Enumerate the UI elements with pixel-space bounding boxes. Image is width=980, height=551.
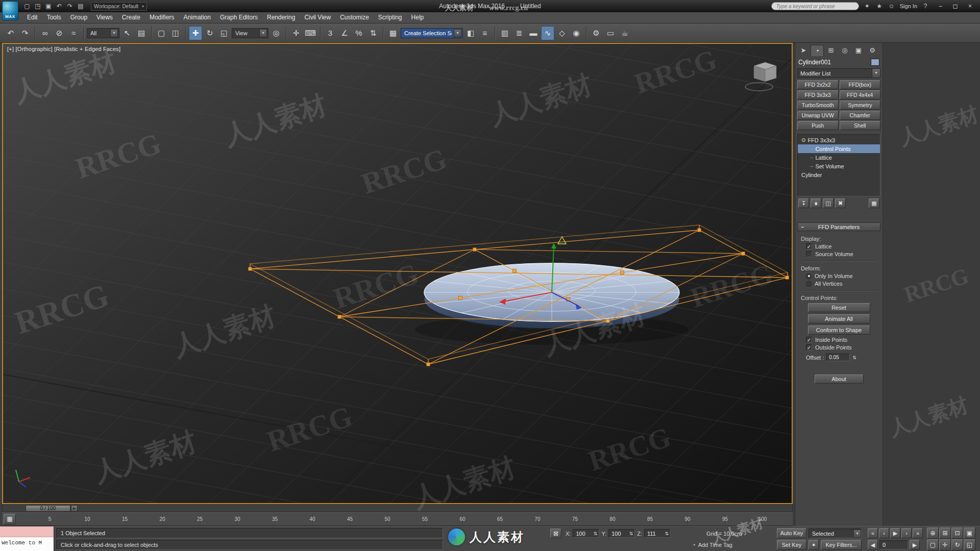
tab-hierarchy[interactable]: ⊞ — [824, 45, 838, 56]
maxscript-mini-listener[interactable]: Welcome to M — [0, 527, 54, 551]
mirror-icon[interactable]: ◧ — [464, 26, 477, 40]
max-logo[interactable]: MAX — [2, 1, 18, 20]
undo-icon[interactable]: ↶ — [55, 2, 64, 11]
spinner-icon[interactable]: ⇅ — [629, 531, 633, 536]
window-crossing-toggle-icon[interactable]: ◫ — [169, 26, 182, 40]
select-and-link-icon[interactable]: ∞ — [38, 26, 52, 40]
close-button[interactable]: × — [963, 2, 977, 11]
next-frame-arrow-icon[interactable]: ▸ — [71, 505, 78, 512]
rollout-header[interactable]: − FFD Parameters — [797, 222, 880, 231]
save-file-icon[interactable]: ▣ — [44, 2, 53, 11]
select-and-rotate-icon[interactable]: ↻ — [203, 26, 216, 40]
make-unique-icon[interactable]: ◫ — [823, 198, 834, 208]
selection-lock-toggle[interactable]: ⊠ — [550, 529, 561, 538]
pan-view-icon[interactable]: ✛ — [939, 539, 951, 550]
redo-icon[interactable]: ↷ — [65, 2, 75, 11]
key-filter-scope-select[interactable]: Selected ▾ — [808, 529, 862, 538]
menu-animation[interactable]: Animation — [179, 12, 215, 23]
rendered-frame-window-icon[interactable]: ▭ — [604, 26, 617, 40]
menu-modifiers[interactable]: Modifiers — [145, 12, 179, 23]
project-folder-icon[interactable]: ▤ — [76, 2, 85, 11]
tab-utilities[interactable]: ⚙ — [866, 45, 879, 56]
select-and-move-icon[interactable]: ✚ — [189, 26, 202, 40]
inside-points-checkbox[interactable]: ✓ Inside Points — [806, 337, 877, 343]
auto-key-button[interactable]: Auto Key — [777, 528, 806, 538]
named-selection-set-input[interactable]: Create Selection Set▾ — [401, 28, 463, 38]
key-filters-button[interactable]: Key Filters... — [821, 540, 862, 550]
key-mode-toggle-button[interactable]: ✦ — [808, 540, 819, 550]
configure-modifier-sets-icon[interactable]: ▦ — [869, 198, 879, 208]
scene-explorer-icon[interactable]: ▥ — [498, 26, 511, 40]
stack-item-lattice[interactable]: ─Lattice — [798, 153, 880, 162]
ribbon-toggle-icon[interactable]: ▬ — [527, 26, 540, 40]
restore-button[interactable]: ◻ — [948, 2, 962, 11]
stack-item-set-volume[interactable]: ─Set Volume — [798, 162, 880, 170]
source-volume-checkbox[interactable]: Source Volume — [806, 251, 877, 257]
render-setup-icon[interactable]: ⚙ — [590, 26, 603, 40]
tab-modify[interactable]: ◔ — [811, 45, 824, 56]
animate-all-button[interactable]: Animate All — [808, 314, 870, 323]
menu-help[interactable]: Help — [407, 12, 429, 23]
tab-display[interactable]: ▣ — [852, 45, 865, 56]
unlink-selection-icon[interactable]: ⊘ — [53, 26, 66, 40]
shell-button[interactable]: Shell — [840, 121, 881, 130]
spinner-snap-icon[interactable]: ⇅ — [366, 26, 380, 40]
community-icon[interactable]: ✦ — [863, 2, 872, 11]
minimize-button[interactable]: – — [934, 2, 947, 11]
pin-stack-icon[interactable]: ↧ — [798, 198, 809, 208]
stack-item-ffd-3x3x3[interactable]: ⊙FFD 3x3x3 — [798, 136, 880, 144]
menu-tools[interactable]: Tools — [42, 12, 66, 23]
offset-field[interactable]: 0.05 — [826, 354, 850, 361]
remove-modifier-icon[interactable]: ✖ — [835, 198, 846, 208]
track-bar[interactable]: 5101520253035404550556065707580859095100 — [2, 512, 793, 526]
bind-to-space-warp-icon[interactable]: ≈ — [67, 26, 80, 40]
workspace-select[interactable]: Workspace: Default ▾ — [91, 2, 147, 11]
tab-create[interactable]: ➤ — [797, 45, 810, 56]
previous-key-icon[interactable]: ◀ — [868, 540, 878, 550]
lattice-checkbox[interactable]: ✓ Lattice — [806, 243, 877, 249]
chamfer-button[interactable]: Chamfer — [840, 111, 881, 120]
x-coordinate-field[interactable]: 100 ⇅ — [573, 529, 599, 538]
schematic-view-icon[interactable]: ◇ — [555, 26, 569, 40]
object-color-swatch[interactable] — [871, 59, 879, 66]
spinner-icon[interactable]: ⇅ — [665, 531, 669, 536]
z-coordinate-field[interactable]: 111 ⇅ — [644, 529, 671, 538]
keyboard-shortcut-override-icon[interactable]: ⌨ — [304, 26, 317, 40]
zoom-extents-icon[interactable]: ⊡ — [951, 528, 963, 539]
reference-coordinate-select[interactable]: View▾ — [232, 28, 268, 38]
y-coordinate-field[interactable]: 100 ⇅ — [608, 529, 635, 538]
reset-button[interactable]: Reset — [808, 303, 870, 312]
use-pivot-center-icon[interactable]: ◎ — [270, 26, 283, 40]
conform-to-shape-button[interactable]: Conform to Shape — [808, 325, 870, 335]
previous-frame-icon[interactable]: ‹ — [879, 528, 889, 538]
listener-pane[interactable]: Welcome to M — [0, 537, 54, 551]
viewport[interactable]: [+] [Orthographic] [Realistic + Edged Fa… — [2, 43, 793, 504]
current-frame-field[interactable]: 0 — [879, 540, 908, 549]
unwrap-uvw-button[interactable]: Unwrap UVW — [797, 111, 839, 120]
new-scene-icon[interactable]: ▢ — [22, 2, 32, 11]
about-button[interactable]: About — [815, 374, 864, 384]
menu-rendering[interactable]: Rendering — [262, 12, 300, 23]
spinner-icon[interactable]: ⇅ — [852, 355, 856, 360]
all-vertices-radio[interactable]: All Vertices — [806, 281, 877, 287]
user-icon[interactable]: ☺ — [887, 2, 896, 11]
ffd-2x2x2-button[interactable]: FFD 2x2x2 — [797, 80, 839, 89]
zoom-extents-all-icon[interactable]: ▣ — [964, 528, 975, 539]
search-input[interactable] — [771, 2, 859, 10]
time-slider-handle[interactable]: 0 / 100 — [26, 505, 70, 512]
help-icon[interactable]: ? — [921, 2, 930, 11]
orbit-icon[interactable]: ↻ — [951, 539, 963, 550]
stack-item-cylinder[interactable]: Cylinder — [798, 170, 880, 179]
checkbox-unchecked-icon[interactable] — [806, 251, 812, 257]
stack-item-control-points[interactable]: ─Control Points — [798, 144, 880, 153]
viewport-label[interactable]: [+] [Orthographic] [Realistic + Edged Fa… — [7, 46, 120, 52]
maximize-viewport-icon[interactable]: ◱ — [964, 539, 975, 550]
set-key-button[interactable]: Set Key — [777, 540, 806, 550]
select-by-name-icon[interactable]: ▤ — [135, 26, 148, 40]
only-in-volume-radio[interactable]: Only In Volume — [806, 273, 877, 279]
macro-recorder-pane[interactable] — [0, 527, 54, 537]
go-to-start-icon[interactable]: « — [868, 528, 878, 538]
outside-points-checkbox[interactable]: ✓ Outside Points — [806, 344, 877, 350]
time-slider-track[interactable]: 0 / 100 ▸ — [2, 504, 793, 512]
edit-named-selection-sets-icon[interactable]: ▦ — [386, 26, 400, 40]
